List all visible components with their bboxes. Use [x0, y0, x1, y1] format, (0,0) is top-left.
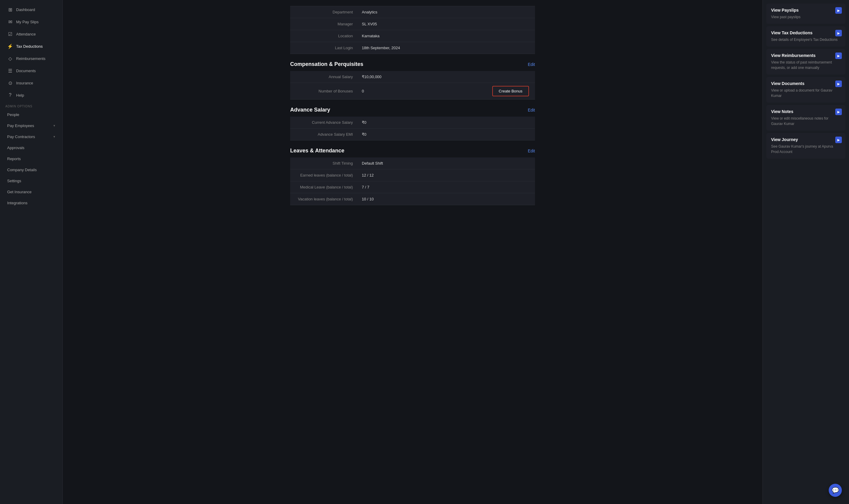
sidebar-item-settings[interactable]: Settings: [2, 176, 60, 186]
sidebar-item-label: Company Details: [7, 167, 37, 172]
compensation-edit-link[interactable]: Edit: [528, 62, 535, 67]
location-value: Karnataka: [362, 34, 529, 38]
chat-bubble-button[interactable]: 💬: [829, 484, 842, 497]
sidebar-item-label: Approvals: [7, 146, 24, 150]
payslips-panel-icon: ▶: [835, 7, 842, 14]
medical-leave-row: Medical Leave (balance / total) 7 / 7: [290, 181, 535, 193]
tax-deductions-panel-icon: ▶: [835, 30, 842, 36]
sidebar-item-label: Tax Deductions: [16, 44, 43, 49]
compensation-section-header: Compensation & Perquisites Edit: [290, 54, 535, 71]
last-login-value: 18th September, 2024: [362, 46, 529, 50]
reimbursements-icon: ◇: [7, 56, 13, 61]
chevron-down-icon: ▾: [53, 124, 55, 128]
panel-card-desc: See details of Employee's Tax Deductions: [771, 37, 841, 42]
tax-icon: ⚡: [7, 43, 13, 49]
vacation-leaves-value: 10 / 10: [362, 197, 529, 201]
sidebar-item-label: Attendance: [16, 32, 36, 36]
medical-leave-value: 7 / 7: [362, 185, 529, 190]
location-row: Location Karnataka: [290, 30, 535, 42]
sidebar-item-label: People: [7, 112, 19, 117]
department-value: Analytics: [362, 10, 529, 14]
current-advance-value: ₹0: [362, 120, 529, 125]
admin-section-label: ADMIN OPTIONS: [0, 101, 63, 109]
sidebar-item-help[interactable]: ? Help: [2, 89, 60, 101]
sidebar: ⊞ Dashboard ✉ My Pay Slips ☑ Attendance …: [0, 0, 63, 504]
advance-salary-edit-link[interactable]: Edit: [528, 108, 535, 112]
sidebar-item-pay-contractors[interactable]: Pay Contractors ▾: [2, 131, 60, 142]
advance-emi-label: Advance Salary EMI: [296, 132, 362, 137]
dashboard-icon: ⊞: [7, 7, 13, 13]
vacation-leaves-row: Vacation leaves (balance / total) 10 / 1…: [290, 193, 535, 205]
sidebar-item-approvals[interactable]: Approvals: [2, 143, 60, 153]
manager-label: Manager: [296, 22, 362, 26]
notes-panel-icon: ▶: [835, 109, 842, 115]
advance-emi-row: Advance Salary EMI ₹0: [290, 128, 535, 141]
help-icon: ?: [7, 92, 13, 98]
earned-leaves-row: Earned leaves (balance / total) 12 / 12: [290, 169, 535, 181]
sidebar-item-label: Insurance: [16, 81, 33, 85]
sidebar-item-tax-deductions[interactable]: ⚡ Tax Deductions: [2, 40, 60, 52]
payslips-icon: ✉: [7, 19, 13, 25]
panel-card-notes[interactable]: ▶ View Notes View or edit miscellaneous …: [766, 105, 845, 131]
leaves-section-header: Leaves & Attendance Edit: [290, 141, 535, 158]
department-label: Department: [296, 10, 362, 14]
panel-card-desc: View past payslips: [771, 14, 841, 20]
panel-card-title: View Notes: [771, 109, 841, 114]
sidebar-item-reports[interactable]: Reports: [2, 154, 60, 164]
compensation-title: Compensation & Perquisites: [290, 61, 363, 67]
reimbursements-panel-icon: ▶: [835, 53, 842, 59]
panel-card-reimbursements[interactable]: ▶ View Reimbursements View the status of…: [766, 49, 845, 75]
sidebar-item-label: Reports: [7, 157, 21, 161]
sidebar-item-people[interactable]: People: [2, 109, 60, 120]
last-login-row: Last Login 18th September, 2024: [290, 42, 535, 54]
chevron-down-icon: ▾: [53, 135, 55, 139]
leaves-title: Leaves & Attendance: [290, 148, 344, 154]
panel-card-desc: View or upload a document for Gaurav Kum…: [771, 88, 841, 98]
sidebar-item-company-details[interactable]: Company Details: [2, 165, 60, 175]
vacation-leaves-label: Vacation leaves (balance / total): [296, 197, 362, 201]
advance-salary-section-header: Advance Salary Edit: [290, 100, 535, 116]
create-bonus-button[interactable]: Create Bonus: [492, 86, 529, 96]
manager-row: Manager SL XV05: [290, 18, 535, 30]
panel-card-tax-deductions[interactable]: ▶ View Tax Deductions See details of Emp…: [766, 26, 845, 47]
leaves-edit-link[interactable]: Edit: [528, 148, 535, 153]
panel-card-journey[interactable]: ▶ View Journey See Gaurav Kumar's journe…: [766, 133, 845, 159]
manager-value: SL XV05: [362, 22, 529, 26]
panel-card-desc: View or edit miscellaneous notes for Gau…: [771, 116, 841, 126]
insurance-icon: ⊙: [7, 80, 13, 86]
sidebar-item-label: Integrations: [7, 201, 28, 205]
sidebar-item-get-insurance[interactable]: Get Insurance: [2, 187, 60, 197]
sidebar-item-documents[interactable]: ☰ Documents: [2, 65, 60, 77]
sidebar-item-insurance[interactable]: ⊙ Insurance: [2, 77, 60, 89]
sidebar-item-pay-employees[interactable]: Pay Employees ▾: [2, 121, 60, 131]
panel-card-title: View Reimbursements: [771, 53, 841, 58]
panel-card-documents[interactable]: ▶ View Documents View or upload a docume…: [766, 77, 845, 103]
right-panel: ▶ View Payslips View past payslips ▶ Vie…: [762, 0, 849, 504]
panel-card-desc: See Gaurav Kumar's journey at Apurva Pro…: [771, 144, 841, 155]
sidebar-item-label: Reimbursements: [16, 56, 46, 61]
sidebar-item-label: Documents: [16, 69, 36, 73]
sidebar-item-payslips[interactable]: ✉ My Pay Slips: [2, 16, 60, 28]
advance-salary-title: Advance Salary: [290, 107, 330, 113]
bonuses-label: Number of Bonuses: [296, 89, 362, 93]
sidebar-item-label: Help: [16, 93, 24, 97]
annual-salary-label: Annual Salary: [296, 75, 362, 79]
sidebar-item-attendance[interactable]: ☑ Attendance: [2, 28, 60, 40]
earned-leaves-value: 12 / 12: [362, 173, 529, 177]
sidebar-item-label: Pay Contractors: [7, 134, 35, 139]
sidebar-item-dashboard[interactable]: ⊞ Dashboard: [2, 4, 60, 16]
shift-value: Default Shift: [362, 161, 529, 165]
department-row: Department Analytics: [290, 6, 535, 18]
earned-leaves-label: Earned leaves (balance / total): [296, 173, 362, 177]
sidebar-item-reimbursements[interactable]: ◇ Reimbursements: [2, 53, 60, 65]
documents-panel-icon: ▶: [835, 80, 842, 87]
documents-icon: ☰: [7, 68, 13, 74]
panel-card-payslips[interactable]: ▶ View Payslips View past payslips: [766, 4, 845, 24]
annual-salary-row: Annual Salary ₹10,00,000: [290, 71, 535, 83]
shift-label: Shift Timing: [296, 161, 362, 165]
panel-card-title: View Journey: [771, 137, 841, 142]
attendance-icon: ☑: [7, 31, 13, 37]
journey-panel-icon: ▶: [835, 137, 842, 143]
sidebar-item-integrations[interactable]: Integrations: [2, 198, 60, 208]
panel-card-title: View Documents: [771, 81, 841, 86]
